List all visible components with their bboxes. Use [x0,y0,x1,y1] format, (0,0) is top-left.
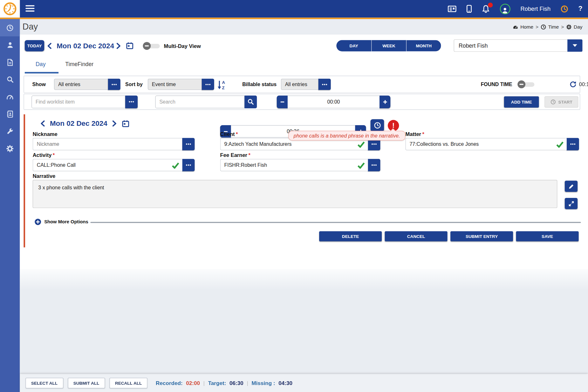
fee-earner-select[interactable]: Robert Fish [454,39,583,52]
valid-check-icon [172,162,179,169]
select-all-button[interactable]: SELECT ALL [25,378,63,388]
submit-entry-button[interactable]: SUBMIT ENTRY [450,231,513,241]
sidebar-item-settings[interactable] [0,140,20,157]
sort-by-more-button[interactable] [202,79,214,90]
recall-all-button[interactable]: RECALL ALL [109,378,147,388]
recorded-value: 02:00 [186,380,200,386]
sidebar-item-contacts[interactable] [0,105,20,123]
ellipsis-icon [371,143,377,145]
week-view-button[interactable]: WEEK [371,40,406,51]
calendar-icon[interactable] [126,42,133,50]
matter-value: 77:Collections vs. Bruce Jones [409,141,479,147]
banned-phrase-tooltip: phone calls is a banned phrase in the na… [288,131,405,141]
multi-day-toggle[interactable] [143,42,160,50]
fee-earner-select-value: Robert Fish [454,42,567,49]
narrative-edit-button[interactable] [565,181,578,192]
quick-time-value[interactable] [288,95,379,108]
chevron-left-icon[interactable] [47,43,51,49]
sidebar-item-dashboard[interactable] [0,88,20,105]
news-icon[interactable] [448,5,456,12]
clock-icon [550,99,556,105]
duration-clock-button[interactable] [371,119,384,132]
start-timer-button[interactable]: START [544,96,578,107]
recorded-label: Recorded: [156,380,183,386]
select-dropdown-button[interactable] [567,39,582,52]
refresh-timer[interactable]: 00:14:10 [570,81,588,88]
ellipsis-icon [186,143,191,145]
missing-label: Missing : [251,380,275,386]
left-sidebar [0,19,20,392]
sidebar-item-profile[interactable] [0,36,20,53]
chevron-down-icon [573,44,577,47]
billable-status-more-button[interactable] [318,79,331,90]
client-label: Client* [220,131,238,137]
notification-badge [488,3,493,7]
show-more-options[interactable]: Show More Options [35,219,88,225]
breadcrumb-home[interactable]: Home [520,24,533,30]
sidebar-item-tools[interactable] [0,123,20,140]
sort-az-icon[interactable]: AZ [217,80,226,90]
fee-earner-field: FISHR:Robert Fish [220,159,380,171]
avatar[interactable] [500,3,510,14]
help-icon[interactable]: ? [578,5,582,13]
chevron-left-icon[interactable] [40,120,45,127]
breadcrumb-day: Day [574,24,582,30]
multi-day-label: Multi-Day View [164,43,201,49]
menu-icon[interactable] [25,5,34,12]
nickname-input[interactable] [33,138,182,150]
user-name[interactable]: Robert Fish [521,5,551,12]
sidebar-item-documents[interactable] [0,54,20,71]
sort-by-label: Sort by [125,82,143,87]
time-increment-button[interactable] [379,95,390,108]
valid-check-icon [357,162,365,169]
add-time-button[interactable]: ADD TIME [504,96,539,107]
chevron-right-icon[interactable] [116,43,121,49]
ellipsis-icon [371,164,377,166]
footer-bar: SELECT ALL SUBMIT ALL RECALL ALL Recorde… [20,374,588,392]
active-tab-indicator [25,72,58,74]
view-switcher: DAY WEEK MONTH [336,40,441,51]
activity-value: CALL:Phone Call [37,162,76,168]
app-logo[interactable] [0,0,20,17]
tab-day[interactable]: Day [36,61,45,67]
sidebar-item-time[interactable] [0,19,20,36]
delete-button[interactable]: DELETE [319,231,382,241]
save-button[interactable]: SAVE [516,231,579,241]
fee-earner-lookup-button[interactable] [368,159,380,171]
billable-status-filter[interactable]: All entries [281,79,331,90]
breadcrumb-time[interactable]: Time [548,24,559,30]
submit-all-button[interactable]: SUBMIT ALL [68,378,105,388]
today-button[interactable]: TODAY [25,40,44,51]
cancel-button[interactable]: CANCEL [385,231,448,241]
timer-icon[interactable] [561,5,568,13]
search-input[interactable] [155,95,244,108]
find-worklist-input[interactable] [31,95,125,108]
mobile-icon[interactable] [467,5,472,13]
month-view-button[interactable]: MONTH [406,40,441,51]
nickname-field [33,138,195,150]
app-root: Robert Fish ? [0,0,588,392]
notifications-bell-icon[interactable] [482,5,490,13]
time-totals: Recorded: 02:00 | Target: 06:30 | Missin… [156,380,292,386]
plus-circle-icon [35,219,41,225]
show-filter-more-button[interactable] [108,79,120,90]
calendar-icon[interactable] [122,120,130,127]
day-view-button[interactable]: DAY [336,40,371,51]
narrative-textarea[interactable]: 3 x phone calls with the client [33,180,557,208]
nickname-lookup-button[interactable] [182,138,195,150]
entry-date: Mon 02 Dec 2024 [50,119,107,128]
sidebar-item-search[interactable] [0,71,20,88]
tab-timefinder[interactable]: TimeFinder [65,61,93,67]
find-worklist-more-button[interactable] [125,95,138,108]
matter-lookup-button[interactable] [567,138,579,150]
user-icon [7,42,13,48]
narrative-expand-button[interactable] [565,198,578,209]
found-time-toggle[interactable] [517,80,535,88]
sort-by-filter[interactable]: Event time [148,79,214,90]
show-filter[interactable]: All entries [54,79,120,90]
quick-time-stepper [277,95,391,108]
chevron-right-icon[interactable] [112,120,117,127]
activity-lookup-button[interactable] [182,159,195,171]
time-decrement-button[interactable] [277,95,288,108]
search-button[interactable] [244,95,257,108]
